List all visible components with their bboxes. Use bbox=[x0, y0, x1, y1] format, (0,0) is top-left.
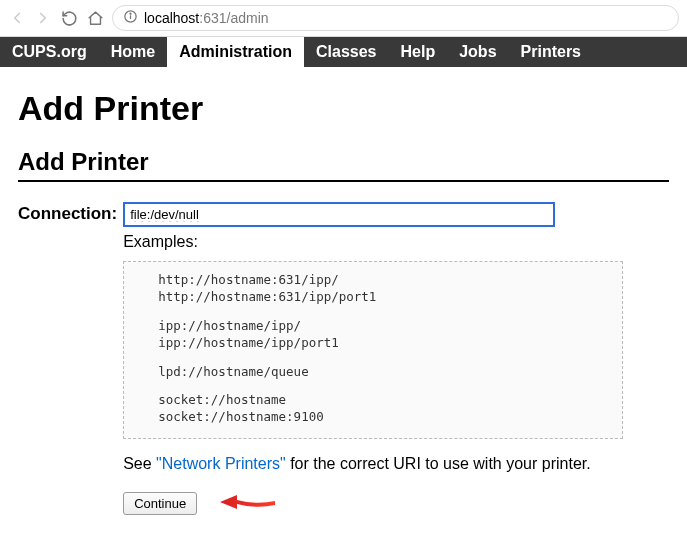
example-line: http://hostname:631/ipp/port1 bbox=[158, 289, 608, 306]
nav-printers[interactable]: Printers bbox=[509, 37, 593, 67]
add-printer-form: Connection: Examples: http://hostname:63… bbox=[18, 202, 669, 515]
address-text: localhost:631/admin bbox=[144, 10, 269, 26]
page-subtitle: Add Printer bbox=[18, 148, 669, 182]
example-line: socket://hostname:9100 bbox=[158, 409, 608, 426]
example-line: lpd://hostname/queue bbox=[158, 364, 608, 381]
example-line: socket://hostname bbox=[158, 392, 608, 409]
back-icon[interactable] bbox=[8, 9, 26, 27]
nav-jobs[interactable]: Jobs bbox=[447, 37, 508, 67]
browser-toolbar: localhost:631/admin bbox=[0, 0, 687, 37]
nav-brand[interactable]: CUPS.org bbox=[0, 37, 99, 67]
cups-navbar: CUPS.org Home Administration Classes Hel… bbox=[0, 37, 687, 67]
site-info-icon[interactable] bbox=[123, 9, 138, 27]
hint-text: See "Network Printers" for the correct U… bbox=[123, 455, 669, 473]
arrow-annotation-icon bbox=[217, 491, 277, 515]
nav-administration[interactable]: Administration bbox=[167, 37, 304, 67]
nav-classes[interactable]: Classes bbox=[304, 37, 389, 67]
examples-label: Examples: bbox=[123, 233, 669, 251]
url-host: localhost bbox=[144, 10, 199, 26]
continue-button[interactable]: Continue bbox=[123, 492, 197, 515]
page-content: Add Printer Add Printer Connection: Exam… bbox=[0, 67, 687, 539]
connection-input[interactable] bbox=[123, 202, 555, 227]
svg-point-2 bbox=[130, 13, 131, 14]
example-line: http://hostname:631/ipp/ bbox=[158, 272, 608, 289]
example-line: ipp://hostname/ipp/port1 bbox=[158, 335, 608, 352]
connection-label: Connection: bbox=[18, 202, 117, 224]
home-icon[interactable] bbox=[86, 9, 104, 27]
address-bar[interactable]: localhost:631/admin bbox=[112, 5, 679, 31]
hint-prefix: See bbox=[123, 455, 156, 472]
reload-icon[interactable] bbox=[60, 9, 78, 27]
examples-box: http://hostname:631/ipp/ http://hostname… bbox=[123, 261, 623, 439]
nav-home[interactable]: Home bbox=[99, 37, 167, 67]
page-title: Add Printer bbox=[18, 89, 669, 128]
url-path: :631/admin bbox=[199, 10, 268, 26]
network-printers-link[interactable]: "Network Printers" bbox=[156, 455, 286, 472]
nav-help[interactable]: Help bbox=[389, 37, 448, 67]
forward-icon[interactable] bbox=[34, 9, 52, 27]
example-line: ipp://hostname/ipp/ bbox=[158, 318, 608, 335]
hint-suffix: for the correct URI to use with your pri… bbox=[286, 455, 591, 472]
